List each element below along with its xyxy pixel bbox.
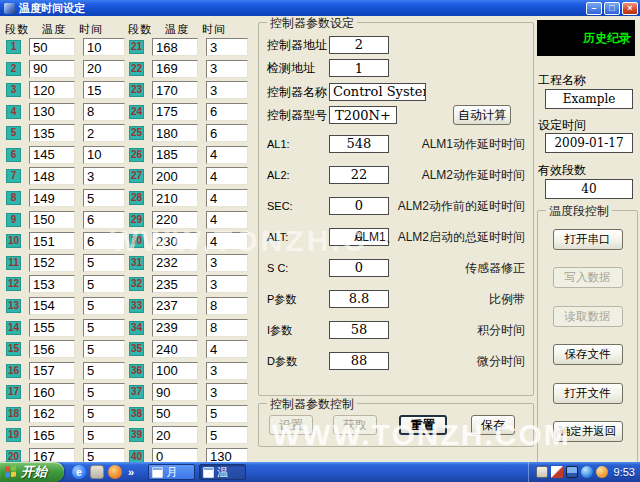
temperature-input[interactable]: [152, 81, 198, 99]
time-input[interactable]: [206, 383, 248, 401]
temperature-input[interactable]: [152, 275, 198, 293]
temperature-input[interactable]: [152, 319, 198, 337]
al1-field-input[interactable]: [329, 135, 389, 153]
temperature-input[interactable]: [152, 189, 198, 207]
temperature-input[interactable]: [29, 81, 75, 99]
d-param-field-input[interactable]: [329, 352, 389, 370]
time-input[interactable]: [206, 81, 248, 99]
temperature-input[interactable]: [152, 405, 198, 423]
temperature-input[interactable]: [29, 340, 75, 358]
time-input[interactable]: [83, 146, 125, 164]
time-input[interactable]: [83, 232, 125, 250]
read-data-button[interactable]: 读取数据: [553, 306, 623, 327]
time-input[interactable]: [83, 426, 125, 444]
language-bar-icon[interactable]: [536, 466, 548, 478]
temperature-input[interactable]: [29, 275, 75, 293]
i-param-field-input[interactable]: [329, 321, 389, 339]
time-input[interactable]: [206, 297, 248, 315]
temperature-input[interactable]: [29, 167, 75, 185]
temperature-input[interactable]: [152, 383, 198, 401]
temperature-input[interactable]: [29, 232, 75, 250]
time-input[interactable]: [83, 448, 125, 462]
time-input[interactable]: [206, 340, 248, 358]
temperature-input[interactable]: [29, 146, 75, 164]
write-data-button[interactable]: 写入数据: [553, 267, 623, 288]
temperature-input[interactable]: [152, 254, 198, 272]
time-input[interactable]: [206, 167, 248, 185]
time-input[interactable]: [83, 405, 125, 423]
close-button[interactable]: ×: [622, 2, 638, 15]
sc-field-input[interactable]: [329, 259, 389, 277]
temperature-input[interactable]: [152, 124, 198, 142]
time-input[interactable]: [206, 232, 248, 250]
ie-icon[interactable]: e: [72, 465, 86, 479]
time-input[interactable]: [206, 211, 248, 229]
temperature-input[interactable]: [29, 448, 75, 462]
temperature-input[interactable]: [152, 211, 198, 229]
taskbar-window-1[interactable]: 月: [148, 464, 195, 480]
confirm-return-button[interactable]: 确定并返回: [553, 421, 623, 442]
temperature-input[interactable]: [152, 297, 198, 315]
taskbar-window-2[interactable]: 温: [199, 464, 246, 480]
temperature-input[interactable]: [152, 167, 198, 185]
open-file-button[interactable]: 打开文件: [553, 383, 623, 404]
time-input[interactable]: [83, 340, 125, 358]
time-input[interactable]: [206, 60, 248, 78]
temperature-input[interactable]: [29, 362, 75, 380]
reset-button[interactable]: 重置: [399, 415, 447, 435]
time-input[interactable]: [83, 297, 125, 315]
time-input[interactable]: [206, 146, 248, 164]
sec-field-input[interactable]: [329, 197, 389, 215]
minimize-button[interactable]: –: [586, 2, 602, 15]
temperature-input[interactable]: [152, 426, 198, 444]
time-input[interactable]: [83, 81, 125, 99]
open-serial-button[interactable]: 打开串口: [553, 229, 623, 250]
time-input[interactable]: [206, 405, 248, 423]
time-input[interactable]: [83, 167, 125, 185]
time-input[interactable]: [206, 254, 248, 272]
time-input[interactable]: [83, 60, 125, 78]
temperature-input[interactable]: [152, 38, 198, 56]
time-input[interactable]: [83, 383, 125, 401]
time-input[interactable]: [206, 426, 248, 444]
temperature-input[interactable]: [29, 426, 75, 444]
time-input[interactable]: [83, 38, 125, 56]
temperature-input[interactable]: [152, 60, 198, 78]
set-button[interactable]: 设置: [269, 415, 313, 435]
show-desktop-icon[interactable]: [90, 465, 104, 479]
save-button[interactable]: 保存: [471, 415, 515, 435]
time-input[interactable]: [206, 319, 248, 337]
temperature-input[interactable]: [29, 60, 75, 78]
temperature-input[interactable]: [29, 254, 75, 272]
temperature-input[interactable]: [29, 297, 75, 315]
time-input[interactable]: [206, 124, 248, 142]
time-input[interactable]: [83, 189, 125, 207]
temperature-input[interactable]: [152, 448, 198, 462]
time-input[interactable]: [206, 103, 248, 121]
controller-name-field-input[interactable]: [329, 83, 426, 101]
overflow-chevron-icon[interactable]: »: [128, 466, 134, 478]
pen-input-icon[interactable]: [551, 466, 563, 478]
time-input[interactable]: [83, 211, 125, 229]
display-settings-icon[interactable]: [566, 466, 578, 478]
project-name-field[interactable]: [545, 89, 633, 109]
time-input[interactable]: [83, 124, 125, 142]
temperature-input[interactable]: [152, 103, 198, 121]
time-input[interactable]: [206, 189, 248, 207]
auto-calculate-button[interactable]: 自动计算: [453, 105, 511, 125]
detect-address-field-input[interactable]: [329, 59, 389, 77]
messenger-icon[interactable]: [581, 466, 593, 478]
controller-model-field-input[interactable]: [329, 106, 397, 124]
controller-address-field-input[interactable]: [329, 36, 389, 54]
temperature-input[interactable]: [29, 103, 75, 121]
fetch-button[interactable]: 获取: [333, 415, 377, 435]
time-input[interactable]: [83, 362, 125, 380]
maximize-button[interactable]: □: [604, 2, 620, 15]
temperature-input[interactable]: [29, 124, 75, 142]
time-input[interactable]: [206, 448, 248, 462]
temperature-input[interactable]: [152, 362, 198, 380]
temperature-input[interactable]: [152, 232, 198, 250]
time-input[interactable]: [83, 319, 125, 337]
temperature-input[interactable]: [29, 189, 75, 207]
time-input[interactable]: [206, 275, 248, 293]
